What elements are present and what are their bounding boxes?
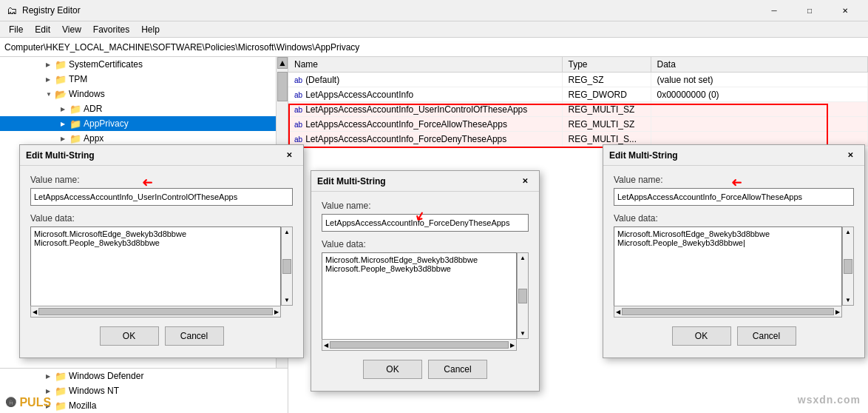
row-type: REG_DWORD — [562, 87, 651, 102]
dialog-right-cancel[interactable]: Cancel — [737, 326, 796, 346]
row-data — [651, 117, 868, 132]
row-name: abLetAppsAccessAccountInfo_UserInControl… — [288, 102, 562, 117]
tree-expand-arrow: ▼ — [46, 91, 55, 98]
tree-label: Mozilla — [69, 400, 96, 411]
tree-item-appx[interactable]: ▶ 📁 Appx — [0, 131, 288, 146]
dialog-center-textarea-container: Microsoft.MicrosoftEdge_8wekyb3d8bbwe Mi… — [322, 252, 529, 351]
row-name: ab(Default) — [288, 73, 562, 87]
dialog-center-title: Edit Multi-String — [317, 176, 386, 187]
registry-table: Name Type Data ab(Default) REG_SZ (value… — [288, 57, 868, 147]
scrollbar-thumb[interactable] — [277, 72, 288, 101]
tree-label: Windows Defender — [69, 371, 143, 381]
dialog-center[interactable]: Edit Multi-String ✕ ➜ Value name: Value … — [311, 170, 540, 392]
row-data: 0x00000000 (0) — [651, 87, 868, 102]
textarea-vscrollbar[interactable]: ▲ ▼ — [281, 226, 293, 306]
dialog-left-title: Edit Multi-String — [26, 150, 95, 161]
tree-expand-arrow: ▶ — [46, 76, 55, 83]
maximize-button[interactable]: □ — [793, 0, 827, 21]
dialog-center-close[interactable]: ✕ — [517, 173, 533, 189]
dialog-right-textarea-container: Microsoft.MicrosoftEdge_8wekyb3d8bbwe Mi… — [614, 226, 854, 318]
dialog-right-data-textarea[interactable]: Microsoft.MicrosoftEdge_8wekyb3d8bbwe Mi… — [614, 226, 842, 315]
table-row[interactable]: ab(Default) REG_SZ (value not set) — [288, 73, 868, 87]
row-name: abLetAppsAccessAccountInfo_ForceAllowThe… — [288, 117, 562, 132]
watermark: wsxdn.com — [798, 394, 861, 406]
branding-area: 🅐 PULS — [6, 394, 51, 410]
dialog-left-cancel[interactable]: Cancel — [165, 326, 224, 346]
dialog-left-data-textarea[interactable]: Microsoft.MicrosoftEdge_8wekyb3d8bbwe Mi… — [30, 226, 281, 315]
folder-icon: 📁 — [69, 133, 81, 144]
tree-label: AppPrivacy — [84, 118, 129, 129]
dialog-left[interactable]: Edit Multi-String ✕ ➜ Value name: Value … — [19, 144, 304, 358]
minimize-button[interactable]: ─ — [757, 0, 791, 21]
col-type: Type — [562, 57, 651, 73]
tree-item-systemcerts[interactable]: ▶ 📁 SystemCertificates — [0, 57, 288, 72]
row-name: abLetAppsAccessAccountInfo_ForceDenyThes… — [288, 132, 562, 147]
dialog-center-buttons: OK Cancel — [322, 360, 529, 382]
app-title: Registry Editor — [22, 5, 81, 16]
tree-expand-arrow: ▶ — [46, 388, 55, 394]
menu-help[interactable]: Help — [135, 23, 166, 36]
tree-label: SystemCertificates — [69, 59, 143, 70]
table-row-userincontrol[interactable]: abLetAppsAccessAccountInfo_UserInControl… — [288, 102, 868, 117]
dialog-right-close[interactable]: ✕ — [842, 147, 858, 164]
table-row[interactable]: abLetAppsAccessAccountInfo REG_DWORD 0x0… — [288, 87, 868, 102]
close-button[interactable]: ✕ — [828, 0, 862, 21]
row-data — [651, 102, 868, 117]
tree-label: Windows NT — [69, 386, 119, 396]
tree-expand-arrow: ▶ — [61, 135, 69, 142]
scrollbar-thumb-up[interactable]: ▲ — [277, 57, 288, 69]
menu-view[interactable]: View — [56, 23, 87, 36]
tree-item-appprivacy[interactable]: ▶ 📁 AppPrivacy — [0, 116, 288, 131]
tree-item-adr[interactable]: ▶ 📁 ADR — [0, 101, 288, 116]
folder-icon-open: 📂 — [55, 89, 67, 100]
dialog-left-name-input[interactable] — [30, 188, 293, 206]
row-type: REG_MULTI_SZ — [562, 117, 651, 132]
textarea-hscrollbar[interactable]: ◀ ▶ — [614, 306, 842, 318]
textarea-hscrollbar[interactable]: ◀ ▶ — [30, 306, 281, 318]
dialog-right[interactable]: Edit Multi-String ✕ ➜ Value name: Value … — [603, 144, 865, 358]
textarea-vscrollbar[interactable]: ▲ ▼ — [517, 252, 529, 339]
menu-favorites[interactable]: Favorites — [87, 23, 135, 36]
dialog-left-body: ➜ Value name: Value data: Microsoft.Micr… — [20, 166, 303, 357]
dialog-center-titlebar: Edit Multi-String ✕ — [311, 171, 539, 192]
dialog-center-data-textarea[interactable]: Microsoft.MicrosoftEdge_8wekyb3d8bbwe Mi… — [322, 252, 517, 349]
tree-item-windows[interactable]: ▼ 📂 Windows — [0, 87, 288, 101]
tree-item-windowsdefender[interactable]: ▶ 📁 Windows Defender — [0, 369, 288, 383]
folder-icon: 📁 — [69, 118, 81, 130]
dialog-center-body: ➜ Value name: Value data: Microsoft.Micr… — [311, 192, 539, 391]
row-type: REG_SZ — [562, 73, 651, 87]
address-path: Computer\HKEY_LOCAL_MACHINE\SOFTWARE\Pol… — [4, 42, 359, 53]
dialog-center-name-label: Value name: — [322, 201, 529, 211]
dialog-left-textarea-container: Microsoft.MicrosoftEdge_8wekyb3d8bbwe Mi… — [30, 226, 293, 318]
dialog-left-ok[interactable]: OK — [100, 326, 159, 346]
col-data: Data — [651, 57, 868, 73]
dialog-left-close[interactable]: ✕ — [281, 147, 297, 164]
dialog-left-buttons: OK Cancel — [30, 326, 293, 349]
menu-file[interactable]: File — [3, 23, 29, 36]
menu-edit[interactable]: Edit — [29, 23, 56, 36]
registry-icon: 🗂 — [6, 4, 18, 16]
tree-expand-arrow: ▶ — [46, 61, 55, 68]
window-controls: ─ □ ✕ — [757, 0, 862, 21]
row-name: abLetAppsAccessAccountInfo — [288, 87, 562, 102]
dialog-right-body: ➜ Value name: Value data: Microsoft.Micr… — [603, 166, 864, 357]
folder-icon: 📁 — [55, 400, 67, 412]
col-name: Name — [288, 57, 562, 73]
menu-bar: File Edit View Favorites Help — [0, 21, 868, 38]
dialog-left-titlebar: Edit Multi-String ✕ — [20, 145, 303, 166]
tree-label: ADR — [84, 104, 102, 114]
tree-expand-arrow: ▶ — [61, 106, 69, 113]
textarea-hscrollbar[interactable]: ◀ ▶ — [322, 339, 517, 351]
tree-item-tpm[interactable]: ▶ 📁 TPM — [0, 72, 288, 87]
dialog-right-buttons: OK Cancel — [614, 326, 854, 349]
address-bar: Computer\HKEY_LOCAL_MACHINE\SOFTWARE\Pol… — [0, 38, 868, 57]
textarea-vscrollbar[interactable]: ▲ ▼ — [842, 226, 854, 306]
dialog-center-ok[interactable]: OK — [363, 360, 422, 379]
tree-expand-arrow: ▶ — [46, 373, 55, 380]
dialog-center-cancel[interactable]: Cancel — [428, 360, 487, 379]
dialog-right-data-label: Value data: — [614, 213, 854, 224]
row-type: REG_MULTI_SZ — [562, 102, 651, 117]
dialog-right-ok[interactable]: OK — [672, 326, 731, 346]
table-row-forceallow[interactable]: abLetAppsAccessAccountInfo_ForceAllowThe… — [288, 117, 868, 132]
red-arrow-left: ➜ — [142, 175, 153, 191]
